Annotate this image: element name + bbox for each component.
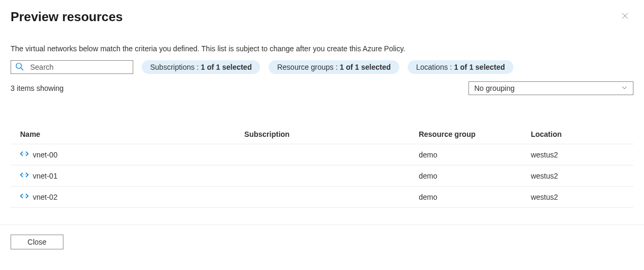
- cell-subscription: [235, 144, 409, 165]
- vnet-icon: [20, 150, 29, 160]
- vnet-icon: [20, 192, 29, 202]
- search-icon: [15, 62, 24, 72]
- filter-subscriptions[interactable]: Subscriptions : 1 of 1 selected: [142, 60, 260, 74]
- resource-name: vnet-02: [33, 193, 58, 201]
- filter-value-text: 1 of 1 selected: [201, 63, 252, 71]
- cell-resource-group: demo: [409, 165, 521, 187]
- cell-subscription: [235, 187, 409, 208]
- filter-label: Locations :: [416, 63, 452, 71]
- resource-name: vnet-00: [33, 151, 58, 159]
- svg-point-4: [23, 153, 24, 154]
- table-row[interactable]: vnet-01 demo westus2: [11, 165, 633, 187]
- cell-location: westus2: [521, 144, 633, 165]
- filter-label: Resource groups :: [277, 63, 337, 71]
- resources-table: Name Subscription Resource group Locatio…: [11, 125, 633, 208]
- cell-location: westus2: [521, 187, 633, 208]
- svg-point-8: [23, 195, 24, 197]
- table-row[interactable]: vnet-02 demo westus2: [11, 187, 633, 208]
- page-title: Preview resources: [11, 10, 123, 24]
- vnet-icon: [20, 171, 29, 181]
- filter-value-text: 1 of 1 selected: [340, 63, 391, 71]
- svg-point-2: [16, 63, 22, 68]
- filter-label: Subscriptions :: [150, 63, 199, 71]
- chevron-down-icon: [621, 84, 628, 92]
- cell-resource-group: demo: [409, 144, 521, 165]
- description-text: The virtual networks below match the cri…: [11, 44, 633, 53]
- svg-point-5: [25, 153, 26, 154]
- col-header-resource-group[interactable]: Resource group: [409, 125, 521, 144]
- close-button[interactable]: Close: [11, 235, 63, 249]
- search-input[interactable]: [30, 63, 128, 71]
- svg-point-7: [25, 174, 26, 175]
- svg-point-9: [25, 195, 26, 197]
- cell-resource-group: demo: [409, 187, 521, 208]
- filter-resource-groups[interactable]: Resource groups : 1 of 1 selected: [269, 60, 399, 74]
- search-box[interactable]: [11, 60, 133, 74]
- resource-name: vnet-01: [33, 172, 58, 180]
- grouping-dropdown[interactable]: No grouping: [468, 81, 633, 95]
- col-header-subscription[interactable]: Subscription: [235, 125, 409, 144]
- footer-bar: Close: [0, 225, 644, 249]
- filter-value-text: 1 of 1 selected: [454, 63, 505, 71]
- svg-line-3: [21, 68, 24, 70]
- table-row[interactable]: vnet-00 demo westus2: [11, 144, 633, 165]
- col-header-location[interactable]: Location: [521, 125, 633, 144]
- cell-location: westus2: [521, 165, 633, 187]
- col-header-name[interactable]: Name: [11, 125, 235, 144]
- svg-point-6: [23, 174, 24, 175]
- filter-row: Subscriptions : 1 of 1 selected Resource…: [11, 60, 633, 74]
- cell-subscription: [235, 165, 409, 187]
- grouping-selected-value: No grouping: [474, 84, 514, 92]
- items-showing-text: 3 items showing: [11, 84, 63, 92]
- close-icon[interactable]: [621, 12, 629, 20]
- filter-locations[interactable]: Locations : 1 of 1 selected: [408, 60, 513, 74]
